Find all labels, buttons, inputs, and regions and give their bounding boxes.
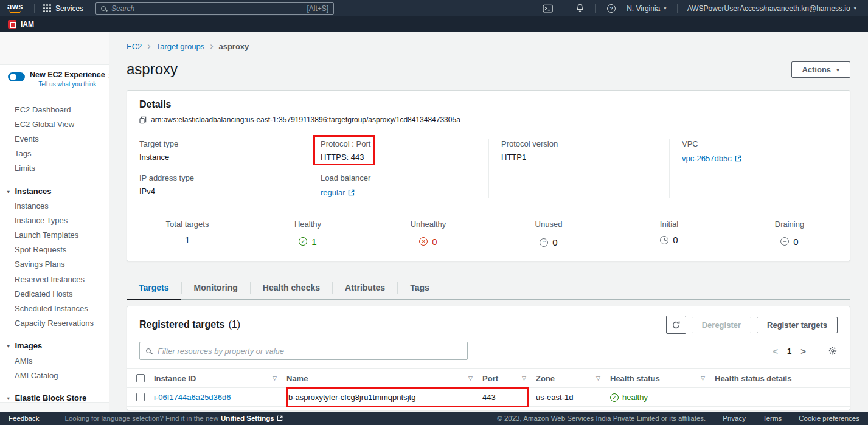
deregister-button[interactable]: Deregister (692, 317, 751, 333)
registered-targets-count: (1) (229, 319, 241, 330)
tab-tags[interactable]: Tags (398, 277, 442, 299)
aws-logo[interactable]: aws (7, 3, 23, 13)
column-header-health-status-details: Health status details (715, 374, 850, 383)
breadcrumb-ec2[interactable]: EC2 (127, 42, 142, 51)
sidebar-item-scheduled-instances[interactable]: Scheduled Instances (0, 301, 109, 316)
sidebar-item-capacity-reservations[interactable]: Capacity Reservations (0, 316, 109, 331)
close-icon[interactable] (105, 71, 109, 80)
cloudshell-button[interactable] (536, 4, 559, 13)
actions-button[interactable]: Actions (791, 61, 850, 78)
feedback-link[interactable]: Feedback (9, 415, 40, 422)
stat-healthy: Healthy 1 (248, 219, 368, 247)
load-balancer-link[interactable]: regular (321, 188, 355, 197)
tab-health-checks[interactable]: Health checks (251, 277, 332, 299)
services-menu-button[interactable]: Services (40, 4, 87, 13)
sidebar-item-instance-types[interactable]: Instance Types (0, 213, 109, 227)
breadcrumb: EC2 Target groups asproxy (127, 41, 850, 51)
column-header-instance-id[interactable]: Instance ID (154, 374, 286, 383)
tab-monitoring[interactable]: Monitoring (182, 277, 250, 299)
table-header-row: Instance ID Name Port Zone Health status… (127, 369, 850, 388)
notifications-bell-button[interactable] (569, 4, 591, 13)
cookie-preferences-link[interactable]: Cookie preferences (799, 415, 859, 422)
column-header-health-status[interactable]: Health status (610, 374, 715, 383)
filter-funnel-icon[interactable] (468, 375, 473, 381)
stat-unused: Unused 0 (488, 219, 609, 247)
field-vpc: VPC vpc-2657db5c (682, 139, 838, 164)
previous-page-chevron[interactable]: < (773, 347, 778, 356)
stat-draining: Draining 0 (729, 219, 850, 247)
vpc-link[interactable]: vpc-2657db5c (682, 154, 741, 163)
sidebar-item-dedicated-hosts[interactable]: Dedicated Hosts (0, 286, 109, 301)
column-header-name[interactable]: Name (286, 374, 482, 383)
account-menu[interactable]: AWSPowerUserAccess/navaneeth.kn@harness.… (682, 4, 862, 13)
field-ip-address-type: IP address type IPv4 (139, 173, 296, 196)
sidebar-item-savings-plans[interactable]: Savings Plans (0, 257, 109, 272)
registered-targets-table: Instance ID Name Port Zone Health status… (127, 368, 850, 410)
sidebar-item-spot-requests[interactable]: Spot Requests (0, 243, 109, 257)
details-panel: Details arn:aws:elasticloadbalancing:us-… (127, 90, 850, 261)
favorites-bar: IAM (0, 16, 868, 32)
sidebar-item-tags[interactable]: Tags (0, 147, 109, 161)
refresh-button[interactable] (666, 316, 686, 334)
field-load-balancer: Load balancer regular (321, 173, 476, 198)
sidebar-section-instances[interactable]: Instances (0, 184, 109, 198)
targets-filter-input[interactable] (156, 346, 461, 356)
gear-icon (828, 346, 838, 356)
copy-icon[interactable] (139, 116, 147, 124)
target-zone-cell: us-east-1d (536, 393, 610, 402)
filter-funnel-icon[interactable] (701, 375, 705, 381)
terms-link[interactable]: Terms (763, 415, 782, 422)
sidebar-section-elastic-block-store[interactable]: Elastic Block Store (0, 390, 109, 402)
sidebar-section-images[interactable]: Images (0, 339, 109, 353)
iam-service-icon[interactable] (8, 20, 16, 29)
filter-funnel-icon[interactable] (273, 375, 277, 381)
column-header-port[interactable]: Port (482, 374, 536, 383)
register-targets-button[interactable]: Register targets (757, 317, 838, 333)
divider (564, 4, 564, 13)
global-search-box[interactable]: [Alt+S] (95, 2, 334, 15)
sidebar-item-ami-catalog[interactable]: AMI Catalog (0, 368, 109, 382)
sidebar-item-amis[interactable]: AMIs (0, 353, 109, 368)
page-number[interactable]: 1 (787, 347, 791, 356)
sidebar-item-reserved-instances[interactable]: Reserved Instances (0, 272, 109, 286)
ec2-sidebar: New EC2 Experience Tell us what you thin… (0, 32, 109, 412)
next-page-chevron[interactable]: > (800, 347, 806, 356)
registered-targets-heading: Registered targets (139, 319, 225, 330)
unified-settings-link[interactable]: Unified Settings (221, 415, 283, 422)
stat-initial: Initial 0 (609, 219, 729, 247)
sidebar-bottom-strip (0, 402, 109, 412)
tab-targets[interactable]: Targets (127, 277, 181, 299)
sidebar-item-ec2-global-view[interactable]: EC2 Global View (0, 117, 109, 131)
filter-funnel-icon[interactable] (522, 375, 526, 381)
x-circle-icon (419, 237, 428, 246)
global-search-input[interactable] (110, 4, 302, 13)
table-settings-button[interactable] (828, 346, 838, 356)
breadcrumb-target-groups[interactable]: Target groups (156, 42, 205, 51)
privacy-link[interactable]: Privacy (723, 415, 746, 422)
region-selector[interactable]: N. Virginia (622, 4, 672, 13)
targets-filter-box[interactable] (139, 342, 468, 360)
field-protocol-port: Protocol : Port HTTPS: 443 (321, 139, 476, 162)
sidebar-item-limits[interactable]: Limits (0, 161, 109, 176)
filter-funnel-icon[interactable] (596, 375, 600, 381)
sidebar-item-launch-templates[interactable]: Launch Templates (0, 228, 109, 243)
sidebar-item-ec2-dashboard[interactable]: EC2 Dashboard (0, 102, 109, 117)
new-experience-toggle[interactable] (8, 72, 25, 81)
column-header-zone[interactable]: Zone (536, 374, 610, 383)
caret-down-icon (831, 65, 840, 74)
new-experience-banner: New EC2 Experience Tell us what you thin… (0, 65, 109, 94)
external-link-icon (277, 415, 283, 421)
language-selection-note: Looking for language selection? Find it … (65, 415, 283, 422)
sidebar-item-instances[interactable]: Instances (0, 198, 109, 213)
details-fields: Target type Instance IP address type IPv… (127, 131, 850, 210)
instance-id-link[interactable]: i-06f1744a6a25d36d6 (154, 393, 231, 402)
sidebar-item-events[interactable]: Events (0, 131, 109, 146)
services-label: Services (55, 4, 83, 13)
select-all-checkbox[interactable] (136, 374, 145, 382)
feedback-link[interactable]: Tell us what you think (38, 81, 96, 88)
minus-circle-icon (780, 237, 789, 246)
favorites-iam-link[interactable]: IAM (21, 20, 34, 29)
tab-attributes[interactable]: Attributes (333, 277, 397, 299)
row-checkbox[interactable] (136, 393, 145, 401)
help-button[interactable] (601, 4, 622, 13)
